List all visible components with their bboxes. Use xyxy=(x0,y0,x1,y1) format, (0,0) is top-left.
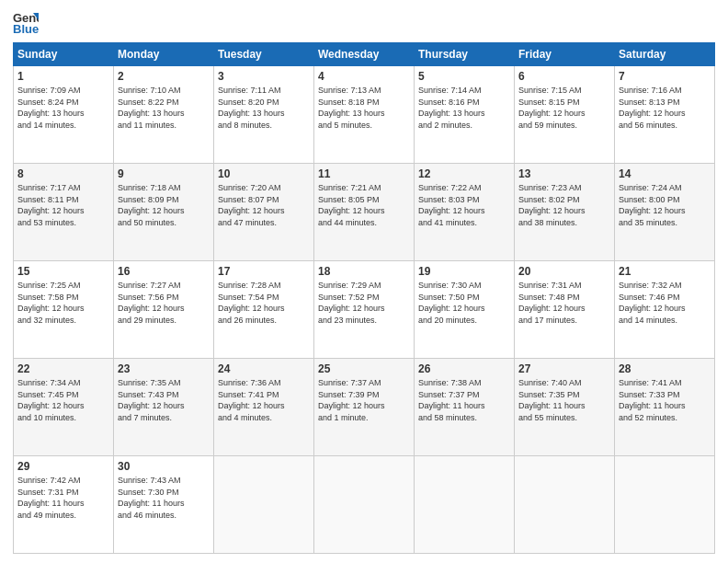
calendar-cell: 15Sunrise: 7:25 AMSunset: 7:58 PMDayligh… xyxy=(14,261,114,359)
calendar-cell: 30Sunrise: 7:43 AMSunset: 7:30 PMDayligh… xyxy=(114,456,214,554)
calendar-week-row: 1Sunrise: 7:09 AMSunset: 8:24 PMDaylight… xyxy=(14,66,715,164)
day-number: 3 xyxy=(218,70,310,83)
day-info: Sunrise: 7:14 AMSunset: 8:16 PMDaylight:… xyxy=(418,85,510,131)
calendar-cell: 10Sunrise: 7:20 AMSunset: 8:07 PMDayligh… xyxy=(214,164,314,261)
day-number: 13 xyxy=(518,167,610,180)
calendar-cell: 5Sunrise: 7:14 AMSunset: 8:16 PMDaylight… xyxy=(415,66,515,164)
day-number: 28 xyxy=(619,362,711,375)
day-number: 12 xyxy=(418,167,510,180)
calendar-cell: 23Sunrise: 7:35 AMSunset: 7:43 PMDayligh… xyxy=(114,359,214,456)
calendar-cell: 12Sunrise: 7:22 AMSunset: 8:03 PMDayligh… xyxy=(415,164,515,261)
calendar-cell: 6Sunrise: 7:15 AMSunset: 8:15 PMDaylight… xyxy=(515,66,615,164)
day-info: Sunrise: 7:31 AMSunset: 7:48 PMDaylight:… xyxy=(518,280,610,326)
weekday-header-sunday: Sunday xyxy=(14,43,114,66)
calendar-cell: 28Sunrise: 7:41 AMSunset: 7:33 PMDayligh… xyxy=(615,359,715,456)
day-number: 21 xyxy=(619,265,711,278)
day-info: Sunrise: 7:42 AMSunset: 7:31 PMDaylight:… xyxy=(17,475,109,521)
calendar-cell: 25Sunrise: 7:37 AMSunset: 7:39 PMDayligh… xyxy=(314,359,415,456)
day-info: Sunrise: 7:18 AMSunset: 8:09 PMDaylight:… xyxy=(118,182,210,228)
day-info: Sunrise: 7:28 AMSunset: 7:54 PMDaylight:… xyxy=(218,280,310,326)
day-info: Sunrise: 7:34 AMSunset: 7:45 PMDaylight:… xyxy=(17,377,109,423)
day-number: 26 xyxy=(418,362,510,375)
day-number: 17 xyxy=(218,265,310,278)
day-info: Sunrise: 7:09 AMSunset: 8:24 PMDaylight:… xyxy=(17,85,109,131)
calendar-cell xyxy=(415,456,515,554)
calendar-cell: 24Sunrise: 7:36 AMSunset: 7:41 PMDayligh… xyxy=(214,359,314,456)
weekday-header-friday: Friday xyxy=(515,43,615,66)
calendar-cell xyxy=(615,456,715,554)
day-number: 30 xyxy=(118,460,210,473)
day-number: 24 xyxy=(218,362,310,375)
day-info: Sunrise: 7:38 AMSunset: 7:37 PMDaylight:… xyxy=(418,377,510,423)
calendar-cell: 3Sunrise: 7:11 AMSunset: 8:20 PMDaylight… xyxy=(214,66,314,164)
day-number: 7 xyxy=(619,70,711,83)
day-number: 29 xyxy=(17,460,109,473)
day-info: Sunrise: 7:29 AMSunset: 7:52 PMDaylight:… xyxy=(318,280,410,326)
calendar-cell: 8Sunrise: 7:17 AMSunset: 8:11 PMDaylight… xyxy=(14,164,114,261)
calendar-cell: 19Sunrise: 7:30 AMSunset: 7:50 PMDayligh… xyxy=(415,261,515,359)
calendar-cell: 4Sunrise: 7:13 AMSunset: 8:18 PMDaylight… xyxy=(314,66,415,164)
day-info: Sunrise: 7:35 AMSunset: 7:43 PMDaylight:… xyxy=(118,377,210,423)
calendar-week-row: 15Sunrise: 7:25 AMSunset: 7:58 PMDayligh… xyxy=(14,261,715,359)
day-info: Sunrise: 7:10 AMSunset: 8:22 PMDaylight:… xyxy=(118,85,210,131)
calendar-cell xyxy=(314,456,415,554)
calendar-cell: 13Sunrise: 7:23 AMSunset: 8:02 PMDayligh… xyxy=(515,164,615,261)
day-info: Sunrise: 7:11 AMSunset: 8:20 PMDaylight:… xyxy=(218,85,310,131)
calendar-cell: 1Sunrise: 7:09 AMSunset: 8:24 PMDaylight… xyxy=(14,66,114,164)
calendar-week-row: 22Sunrise: 7:34 AMSunset: 7:45 PMDayligh… xyxy=(14,359,715,456)
svg-text:Blue: Blue xyxy=(13,22,39,35)
calendar-cell: 20Sunrise: 7:31 AMSunset: 7:48 PMDayligh… xyxy=(515,261,615,359)
calendar-week-row: 8Sunrise: 7:17 AMSunset: 8:11 PMDaylight… xyxy=(14,164,715,261)
day-info: Sunrise: 7:15 AMSunset: 8:15 PMDaylight:… xyxy=(518,85,610,131)
calendar-cell: 17Sunrise: 7:28 AMSunset: 7:54 PMDayligh… xyxy=(214,261,314,359)
calendar-table: SundayMondayTuesdayWednesdayThursdayFrid… xyxy=(13,42,715,554)
weekday-header-thursday: Thursday xyxy=(415,43,515,66)
day-info: Sunrise: 7:32 AMSunset: 7:46 PMDaylight:… xyxy=(619,280,711,326)
calendar-cell: 7Sunrise: 7:16 AMSunset: 8:13 PMDaylight… xyxy=(615,66,715,164)
calendar-week-row: 29Sunrise: 7:42 AMSunset: 7:31 PMDayligh… xyxy=(14,456,715,554)
day-number: 4 xyxy=(318,70,410,83)
calendar-header-row: SundayMondayTuesdayWednesdayThursdayFrid… xyxy=(14,43,715,66)
day-info: Sunrise: 7:40 AMSunset: 7:35 PMDaylight:… xyxy=(518,377,610,423)
day-number: 11 xyxy=(318,167,410,180)
weekday-header-wednesday: Wednesday xyxy=(314,43,415,66)
weekday-header-tuesday: Tuesday xyxy=(214,43,314,66)
logo: General Blue xyxy=(13,9,42,35)
day-info: Sunrise: 7:20 AMSunset: 8:07 PMDaylight:… xyxy=(218,182,310,228)
day-number: 19 xyxy=(418,265,510,278)
weekday-header-saturday: Saturday xyxy=(615,43,715,66)
day-info: Sunrise: 7:13 AMSunset: 8:18 PMDaylight:… xyxy=(318,85,410,131)
day-number: 27 xyxy=(518,362,610,375)
calendar-cell: 18Sunrise: 7:29 AMSunset: 7:52 PMDayligh… xyxy=(314,261,415,359)
day-number: 20 xyxy=(518,265,610,278)
day-number: 9 xyxy=(118,167,210,180)
day-number: 16 xyxy=(118,265,210,278)
day-info: Sunrise: 7:41 AMSunset: 7:33 PMDaylight:… xyxy=(619,377,711,423)
day-number: 15 xyxy=(17,265,109,278)
day-info: Sunrise: 7:21 AMSunset: 8:05 PMDaylight:… xyxy=(318,182,410,228)
day-number: 14 xyxy=(619,167,711,180)
day-info: Sunrise: 7:24 AMSunset: 8:00 PMDaylight:… xyxy=(619,182,711,228)
calendar-cell: 11Sunrise: 7:21 AMSunset: 8:05 PMDayligh… xyxy=(314,164,415,261)
calendar-cell: 16Sunrise: 7:27 AMSunset: 7:56 PMDayligh… xyxy=(114,261,214,359)
calendar-cell: 22Sunrise: 7:34 AMSunset: 7:45 PMDayligh… xyxy=(14,359,114,456)
day-number: 1 xyxy=(17,70,109,83)
day-info: Sunrise: 7:43 AMSunset: 7:30 PMDaylight:… xyxy=(118,475,210,521)
calendar-cell: 29Sunrise: 7:42 AMSunset: 7:31 PMDayligh… xyxy=(14,456,114,554)
day-number: 10 xyxy=(218,167,310,180)
page-header: General Blue xyxy=(13,9,715,35)
day-number: 22 xyxy=(17,362,109,375)
day-info: Sunrise: 7:22 AMSunset: 8:03 PMDaylight:… xyxy=(418,182,510,228)
day-number: 25 xyxy=(318,362,410,375)
day-number: 18 xyxy=(318,265,410,278)
day-info: Sunrise: 7:23 AMSunset: 8:02 PMDaylight:… xyxy=(518,182,610,228)
day-number: 2 xyxy=(118,70,210,83)
calendar-cell xyxy=(214,456,314,554)
day-number: 23 xyxy=(118,362,210,375)
calendar-cell: 14Sunrise: 7:24 AMSunset: 8:00 PMDayligh… xyxy=(615,164,715,261)
day-info: Sunrise: 7:37 AMSunset: 7:39 PMDaylight:… xyxy=(318,377,410,423)
logo-icon: General Blue xyxy=(13,9,39,35)
calendar-cell: 27Sunrise: 7:40 AMSunset: 7:35 PMDayligh… xyxy=(515,359,615,456)
calendar-cell xyxy=(515,456,615,554)
day-info: Sunrise: 7:25 AMSunset: 7:58 PMDaylight:… xyxy=(17,280,109,326)
